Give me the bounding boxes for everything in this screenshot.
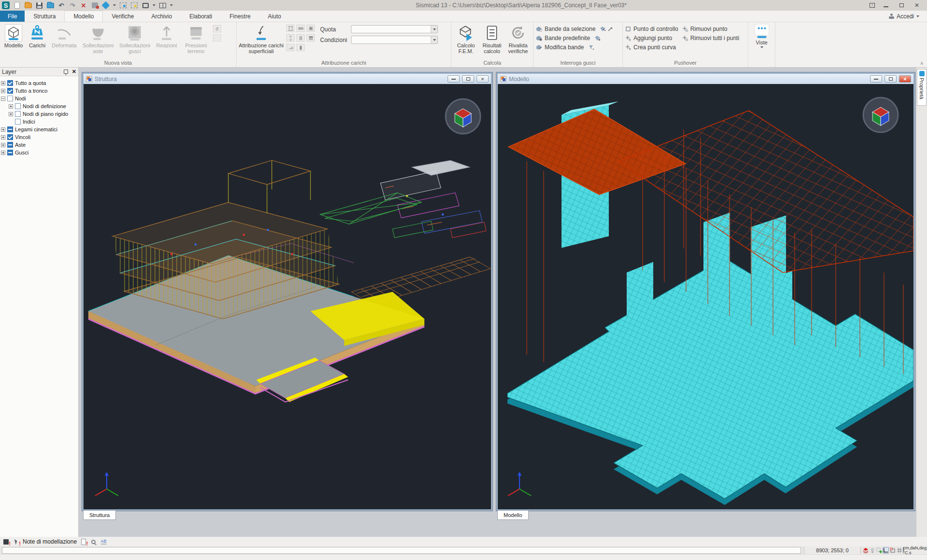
modello-minimize-button[interactable] [870,75,882,83]
layer-item-tutto-a-quota[interactable]: Tutto a quota [1,79,77,87]
struttura-3d-viewport[interactable] [84,84,491,509]
expand-icon[interactable] [1,127,5,132]
undo-button[interactable]: ↶ [57,1,65,9]
quota-combobox[interactable] [351,25,438,33]
window-view-caret-icon[interactable] [153,4,155,6]
view-style-button[interactable] [102,1,110,9]
layer-item-tutto-a-tronco[interactable]: Tutto a tronco [1,87,77,95]
tab-elaborati[interactable]: Elaborati [181,11,221,22]
command-input[interactable] [2,547,801,554]
band-picker-icon[interactable] [607,26,614,32]
modello-close-button[interactable]: ✕ [899,75,911,83]
report-warning-button[interactable]: ! [80,538,87,546]
expand-icon[interactable] [1,89,5,93]
spell-check-button[interactable]: AB [100,538,107,546]
checkbox-unchecked[interactable] [15,119,21,125]
reazioni-button[interactable]: Reazioni [153,23,180,48]
layer-panel-close-icon[interactable]: ✕ [72,69,76,75]
tab-aiuto[interactable]: Aiuto [259,11,290,22]
tab-finestre[interactable]: Finestre [221,11,259,22]
tab-archivio[interactable]: Archivio [142,11,181,22]
units-readout[interactable]: cm,daN,deg,°C,s [904,546,927,554]
layer-item-aste[interactable]: Aste [1,141,77,149]
expand-icon[interactable] [9,112,13,116]
pressure-load-icon[interactable] [307,34,315,42]
expand-icon[interactable] [1,143,5,147]
modello-maximize-button[interactable] [885,75,897,83]
search-button[interactable] [90,538,97,546]
line-load-icon[interactable] [286,34,295,42]
sollecitazioni-gusci-button[interactable]: Sollecitazioni gusci [116,23,153,54]
beam-load-icon[interactable] [286,25,295,32]
tile-windows-button[interactable] [159,1,167,9]
rivalida-verifiche-button[interactable]: Rivalida verifiche [505,23,531,54]
pressioni-terreno-button[interactable]: Pressioni terreno [180,23,212,54]
strip-load-icon[interactable] [296,44,305,51]
ramp-load-icon[interactable] [286,44,295,51]
struttura-minimize-button[interactable] [448,75,460,83]
grid-display-icon[interactable] [896,547,902,554]
modello-button[interactable]: Modello [1,23,26,48]
layer-item-nodi-di-definizione[interactable]: Nodi di definizione [1,102,77,110]
bands-preset-alt-icon[interactable] [594,35,601,41]
tab-struttura[interactable]: Struttura [25,11,64,22]
open-button[interactable] [24,1,32,9]
condizioni-dropdown-icon[interactable] [431,36,437,43]
band-funnel-icon[interactable] [588,44,594,50]
calcolo-fem-button[interactable]: Calcolo F.E.M. [453,23,479,54]
checkbox-partial[interactable] [7,142,13,148]
ribbon-collapse-box-icon[interactable]: ↑ [870,3,875,8]
tab-modello[interactable]: Modello [64,11,103,22]
quota-dropdown-icon[interactable] [431,26,437,33]
checkbox-partial[interactable] [7,150,13,155]
window-view-button[interactable] [141,1,149,9]
struttura-window-tab[interactable]: Struttura [83,511,116,520]
aggiungi-punto-item[interactable]: Aggiungi punto [625,34,678,42]
close-button[interactable]: ✕ [913,2,921,9]
pin-icon[interactable] [64,70,68,74]
rimuovi-punto-item[interactable]: Rimuovi punto [682,25,739,33]
sigma-view-button[interactable]: σ [213,25,221,32]
model-notes-warning-button[interactable]: ! [2,538,10,546]
layer-item-vincoli[interactable]: Vincoli [1,133,77,141]
checkbox-checked[interactable] [7,134,13,140]
zoom-selection-button[interactable] [130,1,138,9]
checkbox-partial[interactable] [7,126,13,132]
struttura-maximize-button[interactable] [462,75,474,83]
bande-da-selezione-item[interactable]: Bande da selezione [536,25,614,33]
layer-item-nodi[interactable]: Nodi [1,95,77,102]
layer-item-gusci[interactable]: Gusci [1,149,77,156]
struttura-titlebar[interactable]: Struttura ✕ [84,74,491,84]
stamp-button[interactable] [91,1,98,9]
ribbon-collapse-chevron-icon[interactable]: ˄ [920,61,923,66]
tab-verifiche[interactable]: Verifiche [103,11,142,22]
deformata-button[interactable]: Deformata [49,23,80,48]
checkbox-checked[interactable] [7,80,13,86]
collapse-icon[interactable] [1,97,5,101]
checkbox-unchecked[interactable] [15,111,21,117]
layer-item-legami-cinematici[interactable]: Legami cinematici [1,126,77,133]
layer-item-indici[interactable]: Indici [1,118,77,126]
save-button[interactable] [35,1,43,9]
restore-button[interactable] [897,2,906,9]
expand-icon[interactable] [1,151,5,155]
bands-grid-icon[interactable] [600,26,606,32]
slab-load-icon[interactable] [296,25,305,32]
condizioni-combobox[interactable] [351,36,438,44]
struttura-close-button[interactable]: ✕ [477,75,489,83]
open-model-button[interactable] [46,1,54,9]
minimize-button[interactable] [882,2,890,9]
crea-punti-curva-item[interactable]: Crea punti curva [625,43,678,51]
rimuovi-tutti-punti-item[interactable]: Rimuovi tutti i punti [682,34,739,42]
wall-load-icon[interactable] [307,25,315,32]
viste-button[interactable]: Viste [751,23,772,48]
layer-item-nodi-di-piano-rigido[interactable]: Nodi di piano rigido [1,110,77,118]
light-bulb-icon[interactable] [869,547,875,554]
view-style-caret-icon[interactable] [113,4,116,6]
osnap-icon[interactable] [889,547,896,554]
punto-di-controllo-item[interactable]: Punto di controllo [625,25,678,33]
tab-file[interactable]: File [0,11,25,22]
layers-status-icon[interactable] [862,547,869,554]
properties-tab[interactable]: Proprietà [917,69,927,106]
expand-icon[interactable] [1,81,5,85]
